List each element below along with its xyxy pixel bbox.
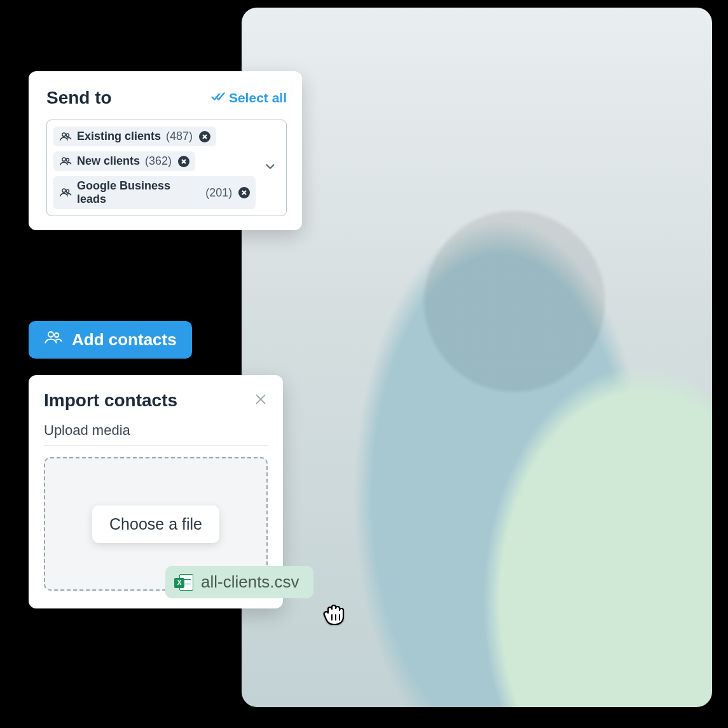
group-icon: [59, 156, 72, 167]
context-photo: [242, 8, 712, 707]
chip-label: Existing clients: [77, 130, 161, 143]
excel-file-icon: X: [174, 573, 193, 592]
choose-file-button[interactable]: Choose a file: [92, 505, 219, 543]
chip-label: New clients: [77, 155, 140, 168]
svg-point-3: [66, 158, 69, 161]
svg-point-6: [48, 332, 53, 337]
recipient-chip: New clients (362): [53, 151, 195, 171]
import-title: Import contacts: [44, 390, 177, 411]
chip-remove-button[interactable]: [199, 131, 210, 142]
svg-point-2: [62, 158, 65, 161]
group-icon: [59, 188, 72, 198]
svg-point-0: [62, 133, 65, 136]
select-all-label: Select all: [229, 90, 287, 106]
add-contacts-label: Add contacts: [72, 330, 177, 350]
recipient-groups-select[interactable]: Existing clients (487) New clients (362): [46, 120, 287, 216]
file-name: all-clients.csv: [201, 572, 299, 592]
svg-point-7: [55, 333, 58, 337]
select-all-button[interactable]: Select all: [211, 90, 287, 106]
chip-label: Google Business leads: [77, 179, 200, 206]
import-header: Import contacts: [44, 390, 268, 411]
svg-point-4: [62, 189, 65, 192]
group-icon: [59, 132, 72, 142]
chip-remove-button[interactable]: [178, 156, 189, 167]
chevron-down-icon[interactable]: [263, 160, 277, 176]
double-check-icon: [211, 90, 225, 106]
chip-count: (487): [166, 130, 193, 143]
upload-media-label: Upload media: [44, 422, 268, 439]
chip-remove-button[interactable]: [238, 187, 250, 198]
chip-count: (201): [205, 186, 232, 200]
divider: [44, 445, 268, 446]
grab-cursor-icon: [319, 598, 350, 631]
add-contacts-button[interactable]: Add contacts: [29, 321, 192, 359]
chip-count: (362): [145, 155, 172, 168]
recipient-chip: Google Business leads (201): [53, 176, 256, 209]
svg-point-1: [66, 134, 69, 136]
close-icon[interactable]: [254, 392, 268, 409]
group-icon: [44, 330, 63, 350]
recipient-chip: Existing clients (487): [53, 127, 216, 146]
send-to-header: Send to Select all: [46, 88, 287, 108]
send-to-panel: Send to Select all Existing clients: [29, 71, 302, 230]
send-to-title: Send to: [46, 88, 112, 108]
svg-point-5: [66, 189, 69, 192]
dragged-file-pill[interactable]: X all-clients.csv: [165, 566, 313, 598]
